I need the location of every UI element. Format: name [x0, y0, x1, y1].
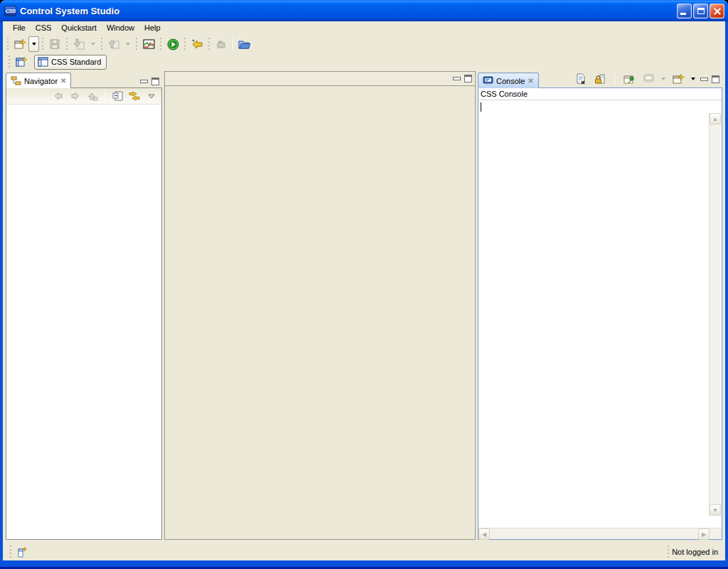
- scroll-down-icon[interactable]: ▼: [710, 504, 721, 516]
- menu-bar: File CSS Quickstart Window Help: [3, 21, 725, 34]
- view-menu-button[interactable]: [144, 89, 159, 103]
- update-dropdown[interactable]: [122, 36, 133, 52]
- console-tabstrip: Console ✕: [478, 71, 722, 88]
- forward-button[interactable]: [68, 89, 83, 103]
- menu-css[interactable]: CSS: [31, 22, 56, 33]
- view-menu-icon: [148, 94, 155, 99]
- new-wizard-dropdown[interactable]: [28, 36, 39, 52]
- save-button[interactable]: [46, 36, 63, 52]
- open-console-dropdown[interactable]: [690, 72, 697, 86]
- tab-navigator[interactable]: Navigator ✕: [6, 73, 71, 88]
- title-bar[interactable]: CSS Control System Studio: [0, 0, 728, 21]
- window-title: Control System Studio: [20, 6, 675, 16]
- data-browser-button[interactable]: [140, 36, 157, 52]
- scroll-up-icon[interactable]: ▲: [710, 113, 721, 124]
- navigator-tree[interactable]: [6, 105, 161, 539]
- back-arrow-icon: [53, 91, 64, 101]
- minimize-button[interactable]: [677, 4, 692, 18]
- link-with-editor-icon: [129, 91, 140, 101]
- display-console-icon: [643, 74, 654, 84]
- toolbar-drag-handle[interactable]: [208, 38, 210, 50]
- pin-console-icon: [623, 73, 635, 85]
- maximize-view-icon[interactable]: [712, 75, 719, 83]
- open-console-button[interactable]: [670, 72, 686, 86]
- dropdown-icon: [91, 43, 95, 46]
- commit-icon: [73, 38, 85, 50]
- fast-view-button[interactable]: [14, 545, 30, 559]
- open-perspective-icon: [16, 56, 28, 68]
- maximize-view-icon[interactable]: [151, 78, 159, 85]
- clear-console-icon: [575, 73, 587, 85]
- status-bar: Not logged in: [3, 543, 725, 560]
- commit-dropdown[interactable]: [87, 36, 98, 52]
- elog-icon: [215, 38, 227, 50]
- toolbar-drag-handle[interactable]: [100, 38, 103, 50]
- link-with-editor-button[interactable]: [127, 89, 142, 103]
- back-arrow-icon: [191, 38, 203, 50]
- editor-header: [165, 72, 475, 86]
- menu-quickstart[interactable]: Quickstart: [57, 22, 101, 33]
- toolbar-drag-handle[interactable]: [65, 38, 68, 50]
- maximize-icon: [697, 8, 705, 14]
- perspective-css-standard[interactable]: CSS Standard: [34, 55, 107, 70]
- console-panel: Console ✕: [478, 71, 722, 540]
- tab-console[interactable]: Console ✕: [478, 73, 539, 88]
- menu-window[interactable]: Window: [102, 22, 139, 33]
- editor-empty-area[interactable]: [165, 86, 475, 539]
- navigator-body: [6, 87, 162, 540]
- vertical-scrollbar[interactable]: ▲ ▼: [709, 113, 721, 516]
- scroll-right-icon[interactable]: ▶: [698, 528, 710, 540]
- minimize-view-icon[interactable]: [140, 80, 148, 83]
- editor-area: [164, 71, 476, 540]
- data-browser-chart-icon: [143, 38, 155, 50]
- minimize-view-icon[interactable]: [700, 78, 708, 81]
- close-button[interactable]: [710, 4, 724, 18]
- tab-close-icon[interactable]: ✕: [60, 78, 66, 85]
- open-file-button[interactable]: [236, 36, 253, 52]
- commit-button[interactable]: [70, 36, 87, 52]
- tab-close-icon[interactable]: ✕: [528, 78, 533, 85]
- toolbar-drag-handle[interactable]: [159, 38, 162, 50]
- back-button[interactable]: [50, 89, 66, 103]
- minimize-editor-icon[interactable]: [453, 77, 461, 80]
- new-wizard-icon: [14, 38, 26, 50]
- dropdown-icon: [661, 78, 665, 80]
- text-caret: [481, 102, 481, 112]
- toolbar-drag-handle[interactable]: [41, 38, 44, 50]
- display-console-dropdown[interactable]: [660, 72, 667, 86]
- navigator-tabstrip: Navigator ✕: [6, 71, 162, 88]
- perspective-bar-handle[interactable]: [8, 55, 11, 68]
- console-input-area[interactable]: ▲ ▼: [478, 100, 722, 528]
- maximize-editor-icon[interactable]: [464, 75, 472, 83]
- elog-button[interactable]: [213, 36, 230, 52]
- scroll-left-icon[interactable]: ◀: [478, 528, 490, 540]
- open-console-icon: [673, 73, 685, 85]
- up-arrow-icon: [87, 91, 98, 101]
- previous-location-button[interactable]: [188, 36, 205, 52]
- menu-file[interactable]: File: [9, 22, 30, 33]
- display-selected-console-button[interactable]: [641, 72, 656, 86]
- save-icon: [49, 38, 60, 50]
- console-title: CSS Console: [478, 88, 722, 100]
- menu-help[interactable]: Help: [140, 22, 165, 33]
- navigator-icon: [11, 76, 21, 85]
- run-button[interactable]: [164, 36, 181, 52]
- horizontal-scrollbar[interactable]: ◀ ▶: [478, 528, 722, 539]
- update-button[interactable]: [105, 36, 122, 52]
- toolbar-drag-handle[interactable]: [135, 38, 138, 50]
- scroll-lock-button[interactable]: [592, 72, 608, 86]
- collapse-all-button[interactable]: [109, 89, 125, 103]
- open-perspective-button[interactable]: [13, 54, 30, 70]
- run-icon: [167, 38, 179, 50]
- pin-console-button[interactable]: [621, 72, 637, 86]
- dropdown-icon: [691, 78, 695, 80]
- app-icon: CSS: [4, 6, 16, 16]
- console-icon: [483, 76, 493, 85]
- statusbar-handle: [9, 546, 12, 558]
- clear-console-button[interactable]: [573, 72, 589, 86]
- new-wizard-button[interactable]: [11, 36, 28, 52]
- toolbar-drag-handle[interactable]: [6, 38, 9, 50]
- up-button[interactable]: [85, 89, 100, 103]
- toolbar-drag-handle[interactable]: [183, 38, 186, 50]
- maximize-button[interactable]: [693, 4, 708, 18]
